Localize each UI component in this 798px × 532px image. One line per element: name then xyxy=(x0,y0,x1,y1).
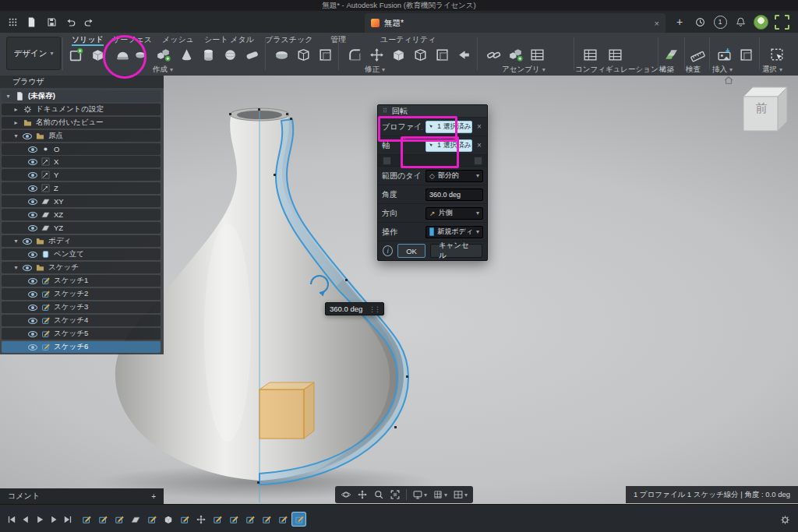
browser-item-origin-point[interactable]: O xyxy=(2,143,161,155)
save-icon[interactable] xyxy=(44,14,59,30)
browser-item-document-root[interactable]: ▾ (未保存) xyxy=(2,90,161,102)
group-create[interactable]: 作成▾ xyxy=(153,65,173,74)
configuration-table-icon[interactable] xyxy=(580,44,600,65)
group-select[interactable]: 選択▾ xyxy=(762,65,782,74)
timeline-feature-sketch[interactable] xyxy=(145,513,158,526)
timeline-play-button[interactable] xyxy=(34,514,47,527)
visibility-eye-icon[interactable] xyxy=(28,291,37,298)
redo-icon[interactable] xyxy=(81,14,97,30)
user-avatar[interactable] xyxy=(753,14,768,30)
tab-utilities[interactable]: ユーティリティ xyxy=(380,34,436,44)
timeline-step-back-button[interactable] xyxy=(20,514,33,527)
chevron-down-icon[interactable]: ▾ xyxy=(12,238,19,245)
ok-button[interactable]: OK xyxy=(397,244,425,258)
chevron-down-icon[interactable]: ▾ xyxy=(12,264,19,271)
browser-item-sketch3[interactable]: スケッチ3 xyxy=(2,301,161,313)
viewport-layout-icon[interactable]: ▾ xyxy=(453,489,468,500)
job-status-icon[interactable] xyxy=(692,14,708,30)
visibility-eye-icon[interactable] xyxy=(23,133,32,139)
visibility-eye-icon[interactable] xyxy=(28,146,37,153)
zoom-icon[interactable] xyxy=(373,489,384,500)
timeline-feature-sketch[interactable] xyxy=(243,513,256,526)
info-icon[interactable]: i xyxy=(383,245,393,256)
tab-surface[interactable]: サーフェス xyxy=(112,34,152,44)
visibility-eye-icon[interactable] xyxy=(23,265,32,271)
offset-tool-icon[interactable] xyxy=(432,44,452,65)
visibility-eye-icon[interactable] xyxy=(28,225,37,231)
visibility-eye-icon[interactable] xyxy=(28,172,37,178)
timeline-feature-sketch[interactable] xyxy=(210,513,224,526)
browser-item-origin[interactable]: ▾ 原点 xyxy=(2,130,161,142)
tab-sheet-metal[interactable]: シート メタル xyxy=(204,34,254,44)
angle-input[interactable]: 360.0 deg xyxy=(425,188,483,201)
timeline-feature-sketch-active[interactable] xyxy=(292,513,305,526)
browser-item-sketches-folder[interactable]: ▾ スケッチ xyxy=(2,262,161,273)
sphere-tool-icon[interactable] xyxy=(220,44,240,65)
visibility-eye-icon[interactable] xyxy=(28,252,37,258)
chevron-down-icon[interactable]: ▾ xyxy=(5,93,12,100)
insert-canvas-icon[interactable] xyxy=(714,44,734,65)
browser-item-sketch4[interactable]: スケッチ4 xyxy=(2,315,161,326)
pattern-tool-icon[interactable] xyxy=(315,44,335,65)
browser-item-x-axis[interactable]: X xyxy=(2,156,161,167)
undo-icon[interactable] xyxy=(62,14,78,30)
group-insert[interactable]: 挿入▾ xyxy=(712,65,733,74)
fillet-tool-icon[interactable] xyxy=(344,44,365,65)
timeline-feature-plane[interactable] xyxy=(129,513,142,526)
tab-plastic[interactable]: プラスチック xyxy=(265,34,312,44)
visibility-eye-icon[interactable] xyxy=(28,212,37,218)
browser-item-bodies-folder[interactable]: ▾ ボディ xyxy=(2,235,161,247)
axis-selection-field[interactable]: 1 選択済み xyxy=(425,139,472,152)
decal-tool-icon[interactable] xyxy=(736,44,756,65)
browser-item-sketch6[interactable]: スケッチ6 xyxy=(2,341,161,353)
dialog-titlebar[interactable]: ⠿ 回転 xyxy=(378,105,487,117)
drag-grip-icon[interactable]: ⋮⋮ xyxy=(369,305,380,313)
timeline-feature-sketch[interactable] xyxy=(96,513,109,526)
browser-item-sketch1[interactable]: スケッチ1 xyxy=(2,275,161,287)
app-grid-menu-icon[interactable] xyxy=(5,14,20,30)
clear-axis-icon[interactable]: × xyxy=(475,141,483,150)
insert-link-tool-icon[interactable] xyxy=(483,44,503,65)
group-configure[interactable]: コンフィギュレーション▾ xyxy=(575,65,664,74)
pan-icon[interactable] xyxy=(357,489,368,500)
chevron-down-icon[interactable]: ▾ xyxy=(12,132,19,139)
grid-settings-icon[interactable]: ▾ xyxy=(433,489,447,500)
workspace-selector[interactable]: デザイン ▾ xyxy=(6,37,61,70)
extent-type-dropdown[interactable]: ◇ 部分的 ▾ xyxy=(425,170,483,182)
viewcube-front-label[interactable]: 前 xyxy=(743,101,779,116)
group-construct[interactable]: 構築 xyxy=(659,65,674,74)
timeline-feature-move[interactable] xyxy=(194,513,207,526)
operation-dropdown[interactable]: 新規ボディ ▾ xyxy=(425,226,483,238)
visibility-eye-icon[interactable] xyxy=(28,278,37,284)
create-solid-icon[interactable] xyxy=(87,44,108,65)
browser-item-z-axis[interactable]: Z xyxy=(2,182,161,194)
visibility-eye-icon[interactable] xyxy=(28,199,37,205)
visibility-eye-icon[interactable] xyxy=(28,305,37,311)
drag-handle-icon[interactable]: ⠿ xyxy=(383,107,387,115)
selection-tool-icon[interactable] xyxy=(767,44,787,65)
fit-view-icon[interactable] xyxy=(390,489,401,500)
comment-bar[interactable]: コメント + xyxy=(0,488,164,504)
construct-plane-icon[interactable] xyxy=(661,44,681,65)
visibility-eye-icon[interactable] xyxy=(28,331,37,337)
tab-close-icon[interactable]: × xyxy=(655,19,659,28)
notifications-bell-icon[interactable] xyxy=(733,14,748,30)
browser-item-sketch2[interactable]: スケッチ2 xyxy=(2,288,161,300)
timeline-feature-sketch[interactable] xyxy=(276,513,289,526)
file-menu-icon[interactable] xyxy=(23,14,39,30)
browser-header[interactable]: ブラウザ xyxy=(0,76,164,88)
visibility-eye-icon[interactable] xyxy=(28,159,37,165)
timeline-settings-gear-icon[interactable] xyxy=(779,514,792,527)
new-component-tool-icon[interactable] xyxy=(505,44,525,65)
timeline-step-forward-button[interactable] xyxy=(48,514,61,527)
create-sketch-icon[interactable] xyxy=(65,44,86,65)
display-settings-icon[interactable]: ▾ xyxy=(412,489,427,500)
create-menu-icon[interactable] xyxy=(153,44,173,65)
group-assemble[interactable]: アセンブリ▾ xyxy=(502,65,546,74)
section-preview-box[interactable] xyxy=(260,389,304,439)
dialog-collapsed-row[interactable] xyxy=(378,154,487,166)
document-tab[interactable]: 無題* × xyxy=(365,13,666,33)
browser-item-xy-plane[interactable]: XY xyxy=(2,196,161,207)
revolve-tool-icon[interactable] xyxy=(112,44,132,65)
measure-tool-icon[interactable] xyxy=(687,44,708,65)
